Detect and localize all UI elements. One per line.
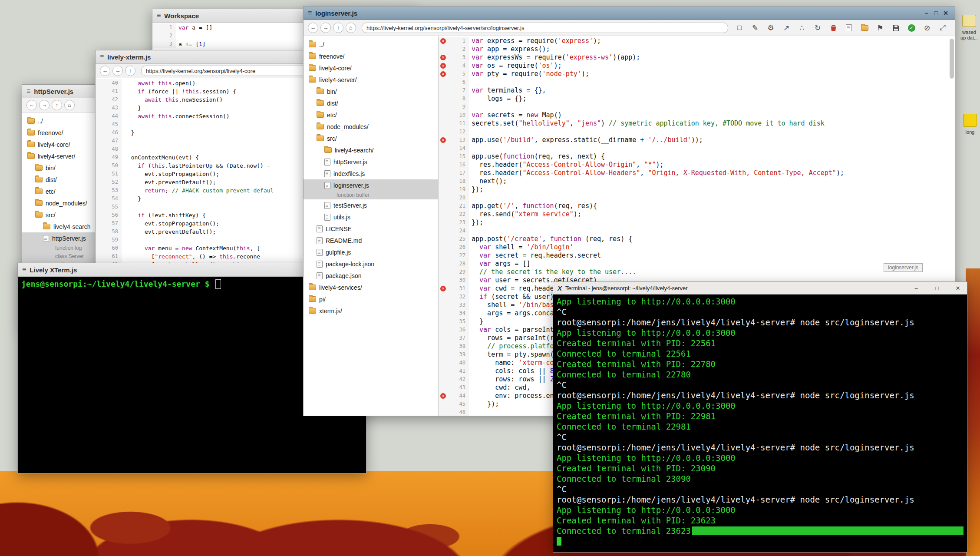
tree-item[interactable]: httpServer.js <box>304 156 438 168</box>
forward-button[interactable]: → <box>112 66 123 76</box>
up-button[interactable]: ↑ <box>125 66 135 76</box>
code-line[interactable]: ✕5var pty = require('node-pty'); <box>439 70 955 78</box>
open-external-icon[interactable]: ↗ <box>779 22 794 33</box>
tree-item[interactable]: freenove/ <box>304 50 438 62</box>
minimize-button[interactable]: – <box>911 285 921 291</box>
forward-button[interactable]: → <box>39 100 49 110</box>
module-graph-icon[interactable]: ∴ <box>794 22 810 33</box>
code-line[interactable]: ✕13app.use('/build', express.static(__di… <box>439 136 955 144</box>
back-button[interactable]: ← <box>308 23 318 33</box>
code-line[interactable]: 26 var shell = '/bin/login' <box>439 243 955 252</box>
gutter-cell: 41 <box>439 367 469 375</box>
code-line[interactable]: 25app.post('/create', function (req, res… <box>439 235 955 243</box>
tree-item[interactable]: LICENSE <box>304 223 438 235</box>
code-line[interactable]: 27 var secret = req.headers.secret <box>439 252 955 260</box>
code-line[interactable]: 21app.get('/', function(req, res){ <box>439 202 955 210</box>
tree-item[interactable]: lively4-search/ <box>304 144 438 156</box>
code-line[interactable]: 10var secrets = new Map() <box>439 111 955 119</box>
code-line[interactable]: 24 <box>439 227 955 235</box>
edit-mode-checkbox[interactable]: □ <box>732 22 747 33</box>
tree-item[interactable]: node_modules/ <box>304 121 438 132</box>
home-button[interactable]: ⌂ <box>346 23 356 33</box>
save-icon[interactable] <box>888 22 904 33</box>
back-button[interactable]: ← <box>100 66 110 76</box>
code-line[interactable]: 11secrets.set("hellolively", "jens") // … <box>439 119 955 128</box>
menu-icon[interactable]: ≡ <box>22 266 26 274</box>
code-line[interactable]: 14 <box>439 144 955 152</box>
code-line[interactable]: 9 <box>439 103 955 111</box>
tree-item[interactable]: loginserver.js <box>304 179 438 191</box>
menu-icon[interactable]: ≡ <box>308 9 312 17</box>
up-button[interactable]: ↑ <box>333 23 343 33</box>
code-line[interactable]: 20 <box>439 194 955 202</box>
maximize-button[interactable]: □ <box>931 10 941 17</box>
tree-item[interactable]: package-lock.json <box>304 258 438 270</box>
terminal-titlebar[interactable]: X Terminal - jens@sensorpi: ~/lively4/li… <box>553 282 967 295</box>
code-line[interactable]: 15app.use(function(req, res, next) { <box>439 152 955 161</box>
terminal-output[interactable]: App listening to http://0.0.0.0:3000^Cro… <box>553 295 967 552</box>
cancel-icon[interactable]: ⊘ <box>919 22 935 33</box>
address-bar[interactable] <box>362 23 728 33</box>
tree-item[interactable]: lively4-services/ <box>304 281 438 293</box>
menu-icon[interactable]: ≡ <box>26 87 30 95</box>
tree-item-sublabel[interactable]: function buffer <box>304 191 438 199</box>
code-line[interactable]: 22 res.send("xterm service"); <box>439 210 955 218</box>
menu-icon[interactable]: ≡ <box>100 53 104 61</box>
minimize-button[interactable]: – <box>922 10 931 17</box>
tree-item[interactable]: etc/ <box>304 109 438 121</box>
tree-item[interactable]: utils.js <box>304 211 438 223</box>
settings-icon[interactable]: ⚙ <box>763 22 779 33</box>
scrollbar-thumb[interactable] <box>950 39 954 79</box>
tree-item[interactable]: src/ <box>304 132 438 144</box>
forward-button[interactable]: → <box>320 23 331 33</box>
tree-item[interactable]: bin/ <box>304 86 438 97</box>
code-line[interactable]: 17 res.header("Access-Control-Allow-Head… <box>439 169 955 177</box>
code-line[interactable]: ✕3var expressWs = require('express-ws')(… <box>439 53 955 62</box>
desktop-icon[interactable]: wased up dat... <box>959 15 980 41</box>
menu-icon[interactable]: ≡ <box>157 12 161 20</box>
code-line[interactable]: 29 // the secret is the key to the user.… <box>439 268 955 276</box>
tree-item[interactable]: lively4-server/ <box>304 74 438 86</box>
code-line[interactable]: 23}); <box>439 218 955 227</box>
tree-item[interactable]: dist/ <box>304 97 438 109</box>
delete-icon[interactable] <box>825 22 841 33</box>
maximize-button[interactable]: □ <box>932 285 942 291</box>
loginserver-titlebar[interactable]: ≡ loginserver.js –□✕ <box>304 7 955 20</box>
home-button[interactable]: ⌂ <box>64 100 75 110</box>
tree-item[interactable]: gulpfile.js <box>304 246 438 258</box>
tree-item[interactable]: xterm.js/ <box>304 305 438 317</box>
code-line[interactable]: 18 next(); <box>439 177 955 185</box>
code-text: cwd: cwd, <box>469 384 530 392</box>
code-line[interactable]: 2var app = express(); <box>439 45 955 53</box>
code-line[interactable]: ✕1var express = require('express'); <box>439 37 955 45</box>
tree-item[interactable]: package.json <box>304 270 438 281</box>
code-line[interactable]: ✕4var os = require('os'); <box>439 62 955 70</box>
close-button[interactable]: ✕ <box>953 285 963 291</box>
flag-icon[interactable]: ⚑ <box>872 22 888 33</box>
accept-icon[interactable]: ✓ <box>904 22 919 33</box>
tree-item[interactable]: testServer.js <box>304 199 438 211</box>
tree-item[interactable]: ../ <box>304 39 438 50</box>
code-line[interactable]: 12 <box>439 128 955 136</box>
tree-item[interactable]: pi/ <box>304 293 438 305</box>
new-file-icon[interactable] <box>841 22 857 33</box>
code-line[interactable]: 8 logs = {}; <box>439 95 955 103</box>
up-button[interactable]: ↑ <box>52 100 62 110</box>
reload-icon[interactable]: ↻ <box>810 22 825 33</box>
desktop-icon[interactable]: long <box>960 114 980 135</box>
code-line[interactable]: 28 var args = [] <box>439 260 955 268</box>
code-line[interactable]: 7var terminals = {}, <box>439 86 955 95</box>
tree-item[interactable]: README.md <box>304 235 438 246</box>
fullscreen-icon[interactable]: ⤢ <box>935 22 950 33</box>
tree-item[interactable]: lively4-core/ <box>304 62 438 74</box>
code-line[interactable]: 19}); <box>439 185 955 194</box>
terminal-line-text: Created terminal with PID: 23090 <box>557 463 716 473</box>
new-folder-icon[interactable] <box>857 22 872 33</box>
brush-icon[interactable]: ✎ <box>747 22 763 33</box>
code-line[interactable]: 16 res.header("Access-Control-Allow-Orig… <box>439 161 955 169</box>
tree-item[interactable]: indexfiles.js <box>304 168 438 179</box>
code-line[interactable]: 6 <box>439 78 955 86</box>
close-button[interactable]: ✕ <box>941 10 950 17</box>
code-text: await this.connectSession() <box>122 112 230 120</box>
back-button[interactable]: ← <box>26 100 37 110</box>
